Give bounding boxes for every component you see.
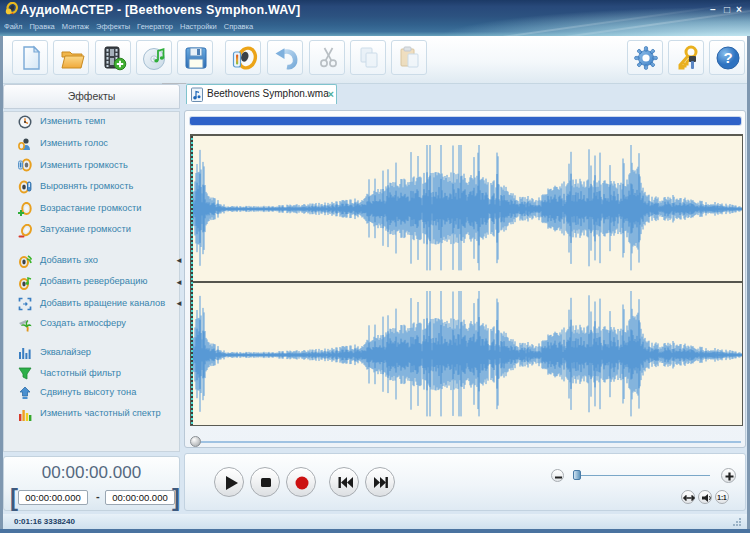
svg-text:?: ? bbox=[723, 49, 732, 66]
